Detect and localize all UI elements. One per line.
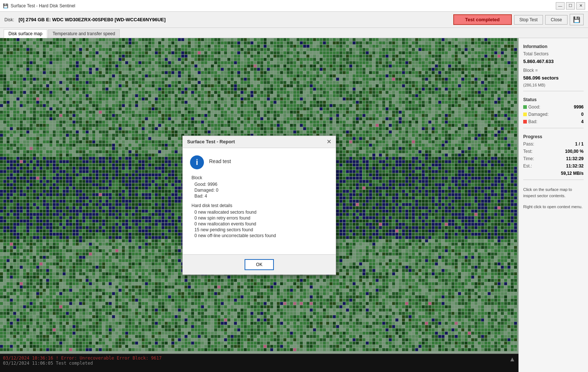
modal-detail-3: 0 new reallocation events found xyxy=(191,221,328,226)
est-value: 11:32:32 xyxy=(566,163,584,169)
modal-detail-4: 15 new pending sectors found xyxy=(191,227,328,232)
disk-name: [0] 2794 GB E: WDC WD30EZRX-00SPEB0 [WD-… xyxy=(19,17,449,22)
hint-1: Click on the surface map to inspect sect… xyxy=(523,187,584,199)
damaged-label: Damaged: xyxy=(528,112,548,117)
tabs-bar: Disk surface map Temperature and transfe… xyxy=(0,28,588,38)
modal-block-label: Block xyxy=(191,175,328,180)
est-row: Est.: 11:32:32 xyxy=(523,163,584,169)
title-bar: 💾 Surface Test - Hard Disk Sentinel — ☐ … xyxy=(0,0,588,12)
modal-block-section: Block Good: 9996 Damaged: 0 Bad: 4 xyxy=(190,175,328,199)
main-content: ▲ 03/12/2024 10:36:16 ! Error: Unrecover… xyxy=(0,38,588,372)
disk-bar: Disk: [0] 2794 GB E: WDC WD30EZRX-00SPEB… xyxy=(0,12,588,28)
good-dot xyxy=(523,105,527,109)
bad-status-row: Bad: 4 xyxy=(523,119,584,124)
modal-dialog: Surface Test - Report ✕ i Read test Bloc… xyxy=(182,136,336,275)
pass-value: 1 / 1 xyxy=(575,141,584,147)
status-title: Status xyxy=(523,97,584,102)
modal-title-bar: Surface Test - Report ✕ xyxy=(183,136,336,148)
stop-test-button[interactable]: Stop Test xyxy=(514,15,543,25)
block-sectors: 586.096 sectors xyxy=(523,75,584,81)
hint-2: Right click to open context menu. xyxy=(523,204,584,210)
app-icon: 💾 xyxy=(3,3,8,8)
pass-label: Pass: xyxy=(523,141,534,147)
bad-label: Bad: xyxy=(528,119,537,124)
good-value: 9996 xyxy=(574,104,584,110)
modal-damaged-line: Damaged: 0 xyxy=(191,188,328,193)
modal-detail-2: 0 new spin retry errors found xyxy=(191,216,328,221)
ok-button[interactable]: OK xyxy=(245,259,274,270)
total-sectors-label: Total Sectors xyxy=(523,51,584,56)
disk-bar-buttons: Test completed Stop Test Close 💾 xyxy=(453,14,584,25)
modal-body: i Read test Block Good: 9996 Damaged: 0 … xyxy=(183,148,336,254)
time-label: Time: xyxy=(523,156,534,161)
info-title: Information xyxy=(523,44,584,49)
maximize-button[interactable]: ☐ xyxy=(566,2,575,10)
title-bar-controls: — ☐ ✕ xyxy=(556,2,585,10)
tab-surface-map[interactable]: Disk surface map xyxy=(4,29,47,38)
app-title: Surface Test - Hard Disk Sentinel xyxy=(11,3,75,8)
damaged-status-row: Damaged: 0 xyxy=(523,112,584,117)
good-label: Good: xyxy=(528,104,540,110)
time-row: Time: 11:32:29 xyxy=(523,156,584,161)
damaged-dot xyxy=(523,113,527,116)
test-value: 100,00 % xyxy=(565,149,584,154)
total-sectors-value: 5.860.467.633 xyxy=(523,59,584,64)
modal-detail-5: 0 new off-line uncorrectable sectors fou… xyxy=(191,233,328,238)
modal-bad-line: Bad: 4 xyxy=(191,194,328,199)
pass-row: Pass: 1 / 1 xyxy=(523,141,584,147)
modal-icon-row: i Read test xyxy=(190,155,328,169)
surface-map-area[interactable]: ▲ 03/12/2024 10:36:16 ! Error: Unrecover… xyxy=(0,38,518,372)
divider-2 xyxy=(523,128,584,128)
block-label: Block = xyxy=(523,68,584,73)
test-row: Test: 100,00 % xyxy=(523,149,584,154)
divider-1 xyxy=(523,91,584,91)
speed-value: 59,12 MB/s xyxy=(523,171,584,176)
divider-3 xyxy=(523,180,584,180)
right-panel: Information Total Sectors 5.860.467.633 … xyxy=(518,38,588,372)
modal-detail-1: 0 new reallocated sectors found xyxy=(191,210,328,215)
damaged-value: 0 xyxy=(581,112,584,117)
tab-temp-speed[interactable]: Temperature and transfer speed xyxy=(48,29,120,38)
est-label: Est.: xyxy=(523,163,532,169)
bad-dot xyxy=(523,120,527,124)
save-button[interactable]: 💾 xyxy=(570,14,584,25)
bad-value: 4 xyxy=(581,119,584,124)
modal-close-button[interactable]: ✕ xyxy=(327,139,331,145)
block-size: (286,16 MB) xyxy=(523,83,584,87)
title-bar-left: 💾 Surface Test - Hard Disk Sentinel xyxy=(3,3,75,8)
modal-details-title: Hard disk test details xyxy=(191,203,328,208)
modal-footer: OK xyxy=(183,254,336,275)
modal-details-section: Hard disk test details 0 new reallocated… xyxy=(190,203,328,238)
modal-title: Surface Test - Report xyxy=(187,139,235,144)
minimize-button[interactable]: — xyxy=(556,2,565,10)
close-bar-button[interactable]: Close xyxy=(545,15,567,25)
time-value: 11:32:29 xyxy=(566,156,584,161)
good-status-row: Good: 9996 xyxy=(523,104,584,110)
modal-test-type: Read test xyxy=(209,155,231,164)
close-window-button[interactable]: ✕ xyxy=(576,2,585,10)
modal-good-line: Good: 9996 xyxy=(191,182,328,187)
progress-title: Progress xyxy=(523,134,584,139)
test-completed-button[interactable]: Test completed xyxy=(453,14,512,25)
modal-overlay: Surface Test - Report ✕ i Read test Bloc… xyxy=(0,38,518,372)
disk-label: Disk: xyxy=(4,17,14,22)
test-label: Test: xyxy=(523,149,532,154)
info-icon: i xyxy=(190,155,204,169)
